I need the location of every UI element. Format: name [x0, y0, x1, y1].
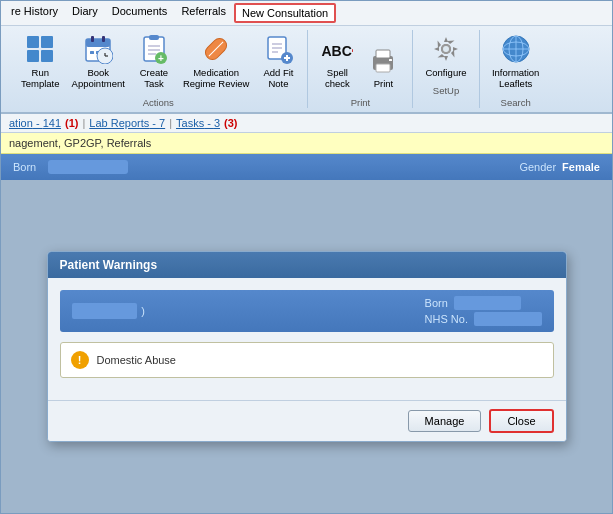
ribbon-group-print: ABC Spellcheck Print: [308, 30, 413, 108]
patient-dob-value: [48, 160, 128, 174]
patient-gender: Gender Female: [519, 161, 600, 173]
configure-label: Configure: [425, 67, 466, 78]
svg-rect-2: [27, 50, 39, 62]
main-window: re History Diary Documents Referrals New…: [0, 0, 613, 514]
ribbon: RunTemplate: [1, 26, 612, 114]
nav-tasks-link[interactable]: Tasks - 3: [176, 117, 220, 129]
ribbon-group-setup: Configure SetUp: [413, 30, 479, 108]
svg-rect-8: [90, 51, 94, 54]
medication-review-label: MedicationRegime Review: [183, 67, 250, 90]
ribbon-buttons-setup: Configure: [421, 30, 470, 81]
print-label: Print: [374, 78, 394, 89]
gender-label: Gender: [519, 161, 556, 173]
yellow-banner-text: nagement, GP2GP, Referrals: [9, 137, 151, 149]
dialog-nhs-label: NHS No.: [425, 313, 468, 325]
svg-rect-15: [149, 35, 159, 40]
add-fit-note-label: Add FitNote: [263, 67, 293, 90]
print-group-label: Print: [351, 97, 371, 108]
svg-rect-3: [41, 50, 53, 62]
domestic-abuse-warning: ! Domestic Abuse: [60, 342, 554, 378]
svg-rect-33: [376, 64, 390, 72]
ribbon-buttons-print: ABC Spellcheck Print: [316, 30, 404, 93]
ribbon-buttons-actions: RunTemplate: [17, 30, 299, 93]
setup-group-label: SetUp: [433, 85, 459, 96]
run-template-button[interactable]: RunTemplate: [17, 30, 64, 93]
create-task-button[interactable]: + CreateTask: [133, 30, 175, 93]
svg-rect-0: [27, 36, 39, 48]
medication-review-button[interactable]: MedicationRegime Review: [179, 30, 254, 93]
svg-rect-7: [102, 36, 105, 42]
dialog-body: ) Born NHS No.: [48, 278, 566, 400]
yellow-banner: nagement, GP2GP, Referrals: [1, 133, 612, 154]
warning-text: Domestic Abuse: [97, 354, 176, 366]
svg-rect-1: [41, 36, 53, 48]
configure-button[interactable]: Configure: [421, 30, 470, 81]
content-area: Patient Warnings ) Born: [1, 180, 612, 513]
menu-item-new-consultation[interactable]: New Consultation: [234, 3, 336, 23]
nav-lab-reports-link[interactable]: Lab Reports - 7: [89, 117, 165, 129]
svg-rect-32: [376, 50, 390, 58]
dialog-born-value: [454, 296, 522, 310]
book-appointment-button[interactable]: BookAppointment: [68, 30, 129, 93]
patient-bar: Born Gender Female: [1, 154, 612, 180]
close-button[interactable]: Close: [489, 409, 553, 433]
information-leaflets-button[interactable]: InformationLeaflets: [488, 30, 544, 93]
search-group-label: Search: [501, 97, 531, 108]
ribbon-group-search: InformationLeaflets Search: [480, 30, 552, 108]
configure-icon: [430, 33, 462, 65]
svg-rect-34: [389, 59, 392, 61]
create-task-label: CreateTask: [140, 67, 169, 90]
patient-warnings-dialog: Patient Warnings ) Born: [47, 251, 567, 442]
warning-icon: !: [71, 351, 89, 369]
book-appointment-label: BookAppointment: [72, 67, 125, 90]
dialog-title: Patient Warnings: [60, 258, 158, 272]
run-template-label: RunTemplate: [21, 67, 60, 90]
add-fit-note-button[interactable]: Add FitNote: [257, 30, 299, 93]
nav-tasks-badge: (3): [224, 117, 237, 129]
actions-group-label: Actions: [143, 97, 174, 108]
print-button[interactable]: Print: [362, 41, 404, 92]
dialog-born-label: Born: [425, 297, 448, 309]
menu-item-referrals[interactable]: Referrals: [175, 3, 232, 23]
dialog-footer: Manage Close: [48, 400, 566, 441]
spell-check-button[interactable]: ABC Spellcheck: [316, 30, 358, 93]
patient-nhs-row: NHS No.: [425, 312, 542, 326]
manage-button[interactable]: Manage: [408, 410, 482, 432]
dialog-patient-info: ) Born NHS No.: [60, 290, 554, 332]
nav-history-link[interactable]: ation - 141: [9, 117, 61, 129]
patient-born-row: Born: [425, 296, 542, 310]
svg-rect-6: [91, 36, 94, 42]
menu-bar: re History Diary Documents Referrals New…: [1, 1, 612, 26]
svg-rect-5: [86, 39, 110, 47]
nav-bar: ation - 141 (1) | Lab Reports - 7 | Task…: [1, 114, 612, 133]
patient-paren: ): [141, 305, 145, 317]
add-fit-note-icon: [262, 33, 294, 65]
information-leaflets-label: InformationLeaflets: [492, 67, 540, 90]
print-icon: [367, 44, 399, 76]
patient-name-blur: [72, 303, 138, 319]
ribbon-buttons-search: InformationLeaflets: [488, 30, 544, 93]
information-leaflets-icon: [500, 33, 532, 65]
svg-text:+: +: [158, 53, 164, 64]
born-label: Born: [13, 161, 36, 173]
nav-history-badge: (1): [65, 117, 78, 129]
spell-check-label: Spellcheck: [325, 67, 350, 90]
menu-item-documents[interactable]: Documents: [106, 3, 174, 23]
gender-value: Female: [562, 161, 600, 173]
book-appointment-icon: [82, 33, 114, 65]
svg-point-37: [443, 46, 449, 52]
dialog-nhs-value: [474, 312, 542, 326]
run-template-icon: [24, 33, 56, 65]
create-task-icon: +: [138, 33, 170, 65]
ribbon-group-actions: RunTemplate: [9, 30, 308, 108]
menu-item-diary[interactable]: Diary: [66, 3, 104, 23]
patient-right-info: Born NHS No.: [425, 296, 542, 326]
menu-item-history[interactable]: re History: [5, 3, 64, 23]
modal-overlay: Patient Warnings ) Born: [1, 180, 612, 513]
dialog-title-bar: Patient Warnings: [48, 252, 566, 278]
medication-review-icon: [200, 33, 232, 65]
spell-check-icon: ABC: [321, 33, 353, 65]
